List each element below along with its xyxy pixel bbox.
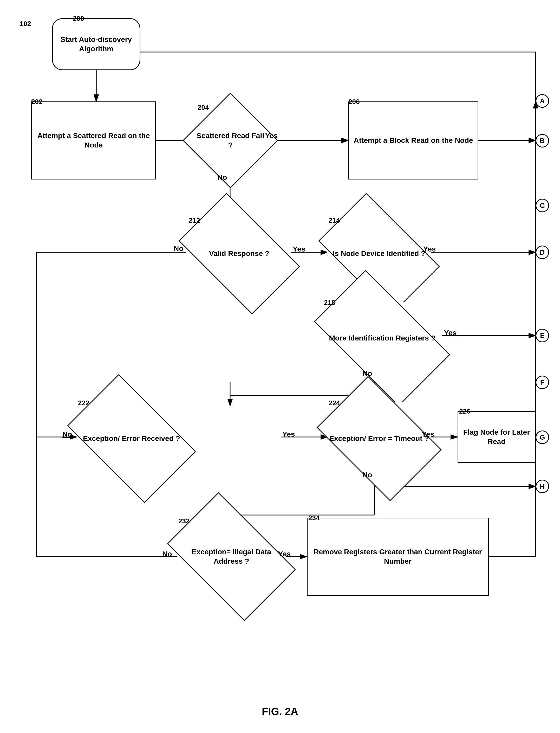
block-read-node: Attempt a Block Read on the Node (348, 101, 478, 179)
id-226: 226 (459, 407, 470, 416)
flowchart-diagram: 102 Start Auto-discovery Algorithm 200 A… (0, 0, 560, 733)
id-202: 202 (31, 98, 42, 106)
block-read-text: Attempt a Block Read on the Node (354, 136, 473, 145)
connector-A: A (536, 94, 549, 108)
exception-timeout-text: Exception/ Error = Timeout ? (329, 434, 429, 443)
no-204: No (217, 173, 227, 181)
node-identified-text: Is Node Device Identified ? (333, 249, 425, 258)
valid-response-text: Valid Response ? (209, 249, 269, 258)
connector-G: G (536, 431, 549, 444)
flag-node-text: Flag Node for Later Read (458, 428, 535, 447)
no-222: No (62, 430, 72, 439)
more-id-regs-node: More Identification Registers ? (322, 302, 442, 375)
ref-102: 102 (20, 20, 31, 28)
yes-212: Yes (293, 245, 305, 253)
id-214: 214 (329, 216, 340, 224)
yes-218: Yes (444, 329, 457, 337)
id-218: 218 (324, 298, 335, 307)
remove-registers-text: Remove Registers Greater than Current Re… (308, 547, 488, 566)
more-id-regs-text: More Identification Registers ? (329, 333, 435, 343)
no-232: No (162, 550, 172, 558)
yes-222: Yes (282, 430, 295, 439)
flag-node: Flag Node for Later Read (458, 411, 536, 463)
exception-timeout-node: Exception/ Error = Timeout ? (327, 402, 431, 475)
id-200: 200 (73, 15, 84, 23)
valid-response-node: Valid Response ? (187, 220, 291, 287)
connector-B: B (536, 134, 549, 147)
start-node-text: Start Auto-discovery Algorithm (53, 35, 140, 54)
remove-registers-node: Remove Registers Greater than Current Re… (307, 518, 489, 596)
node-identified-node: Is Node Device Identified ? (327, 220, 431, 287)
id-204: 204 (198, 103, 209, 112)
exception-illegal-node: Exception= Illegal Data Address ? (177, 520, 286, 593)
scattered-fail-node: Scattered Read Fail ? (197, 107, 264, 174)
id-234: 234 (308, 514, 320, 522)
no-212: No (174, 244, 183, 253)
connector-F: F (536, 376, 549, 389)
connector-H: H (536, 480, 549, 493)
yes-204: Yes (265, 132, 278, 140)
scattered-fail-text: Scattered Read Fail ? (197, 131, 264, 150)
exception-received-node: Exception/ Error Received ? (77, 402, 186, 475)
scattered-read-node: Attempt a Scattered Read on the Node (31, 101, 156, 179)
id-212: 212 (189, 216, 200, 224)
connector-C: C (536, 199, 549, 212)
fig-caption: FIG. 2A (0, 706, 560, 717)
id-232: 232 (178, 517, 190, 525)
no-224: No (362, 471, 372, 479)
scattered-read-text: Attempt a Scattered Read on the Node (32, 131, 155, 150)
connector-D: D (536, 245, 549, 259)
exception-illegal-text: Exception= Illegal Data Address ? (177, 547, 286, 566)
id-206: 206 (348, 98, 360, 106)
start-node: Start Auto-discovery Algorithm (52, 18, 140, 70)
connector-E: E (536, 329, 549, 342)
exception-received-text: Exception/ Error Received ? (83, 434, 180, 443)
id-224: 224 (329, 399, 340, 407)
id-222: 222 (78, 399, 89, 407)
